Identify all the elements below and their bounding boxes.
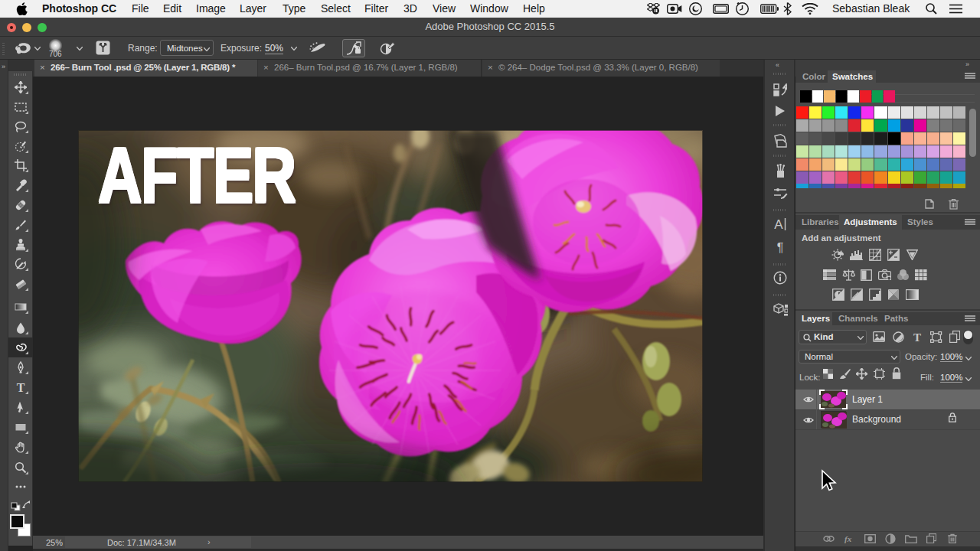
- svg-text:¶: ¶: [777, 241, 784, 254]
- svg-text:T: T: [913, 331, 921, 342]
- svg-text:A: A: [774, 217, 783, 231]
- svg-text:T: T: [17, 381, 25, 393]
- svg-text:fx: fx: [844, 534, 852, 543]
